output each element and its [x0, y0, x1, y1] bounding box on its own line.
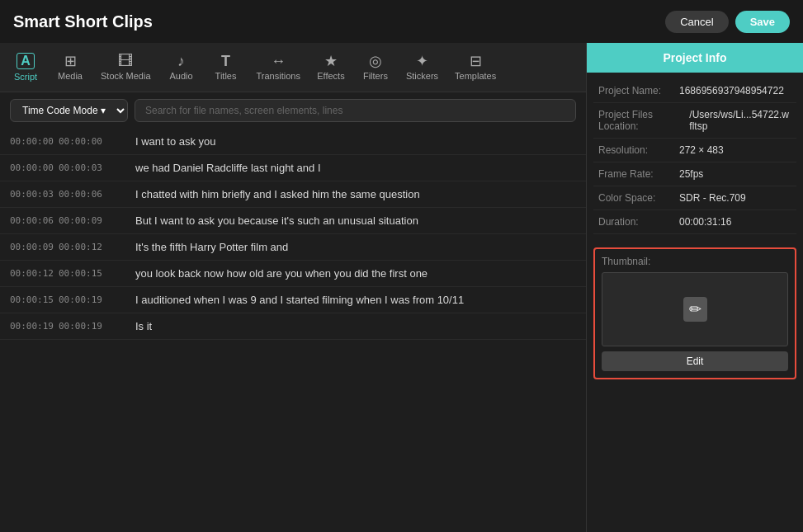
info-table: Project Name: 1686956937948954722 Projec… — [587, 73, 803, 241]
time-code: 00:00:03 00:00:06 — [10, 189, 125, 200]
toolbar-item-effects[interactable]: ★ Effects — [309, 49, 353, 86]
info-value: 1686956937948954722 — [679, 85, 784, 97]
info-value: 272 × 483 — [679, 144, 724, 156]
thumbnail-section: Thumbnail: ✏ Edit — [593, 247, 796, 379]
audio-icon: ♪ — [177, 54, 185, 68]
titles-icon: T — [221, 54, 230, 68]
time-code: 00:00:12 00:00:15 — [10, 268, 125, 279]
toolbar-label-filters: Filters — [363, 71, 388, 81]
search-bar: Time Code Mode ▾ — [0, 92, 586, 129]
toolbar-label-media: Media — [58, 71, 83, 81]
info-value: /Users/ws/Li...54722.wfltsp — [689, 109, 791, 132]
toolbar-label-effects: Effects — [317, 71, 344, 81]
time-code: 00:00:15 00:00:19 — [10, 294, 125, 305]
templates-icon: ⊟ — [470, 54, 482, 68]
script-list: 00:00:00 00:00:00 I want to ask you 00:0… — [0, 129, 586, 532]
info-value: 00:00:31:16 — [679, 216, 731, 228]
toolbar-label-script: Script — [14, 72, 37, 82]
toolbar-item-templates[interactable]: ⊟ Templates — [446, 49, 504, 86]
script-text: But I want to ask you because it's such … — [135, 214, 418, 227]
info-label: Frame Rate: — [598, 168, 673, 180]
media-icon: ⊞ — [64, 54, 77, 68]
thumbnail-label: Thumbnail: — [602, 256, 788, 267]
info-label: Project Name: — [598, 85, 673, 97]
time-code: 00:00:06 00:00:09 — [10, 215, 125, 226]
script-row[interactable]: 00:00:15 00:00:19 I auditioned when I wa… — [0, 287, 586, 313]
info-row: Color Space: SDR - Rec.709 — [593, 186, 796, 210]
thumbnail-preview: ✏ — [602, 272, 788, 346]
top-bar-buttons: Cancel Save — [665, 11, 790, 33]
save-button[interactable]: Save — [735, 11, 790, 33]
filters-icon: ◎ — [369, 54, 382, 68]
script-text: Is it — [135, 320, 152, 332]
time-code: 00:00:00 00:00:00 — [10, 136, 125, 147]
toolbar: A Script ⊞ Media 🎞 Stock Media ♪ Audio T… — [0, 43, 586, 92]
toolbar-label-stickers: Stickers — [406, 71, 438, 81]
toolbar-item-stickers[interactable]: ✦ Stickers — [398, 49, 446, 86]
toolbar-label-stock-media: Stock Media — [101, 71, 151, 81]
script-text: I want to ask you — [135, 135, 216, 148]
toolbar-item-media[interactable]: ⊞ Media — [48, 49, 92, 86]
info-row: Frame Rate: 25fps — [593, 162, 796, 186]
toolbar-label-titles: Titles — [215, 71, 237, 81]
stickers-icon: ✦ — [416, 54, 428, 68]
info-label: Duration: — [598, 216, 673, 228]
transitions-icon: ↔ — [271, 54, 286, 68]
info-row: Duration: 00:00:31:16 — [593, 210, 796, 234]
info-label: Project Files Location: — [598, 109, 683, 132]
time-code: 00:00:00 00:00:03 — [10, 162, 125, 173]
edit-button[interactable]: Edit — [602, 351, 788, 371]
stock-media-icon: 🎞 — [118, 54, 133, 68]
left-panel: A Script ⊞ Media 🎞 Stock Media ♪ Audio T… — [0, 43, 586, 532]
info-label: Resolution: — [598, 144, 673, 156]
info-row: Project Name: 1686956937948954722 — [593, 79, 796, 103]
script-row[interactable]: 00:00:12 00:00:15 you look back now how … — [0, 261, 586, 287]
info-label: Color Space: — [598, 192, 673, 204]
toolbar-label-transitions: Transitions — [257, 71, 300, 81]
script-row[interactable]: 00:00:09 00:00:12 It's the fifth Harry P… — [0, 234, 586, 261]
script-row[interactable]: 00:00:03 00:00:06 I chatted with him bri… — [0, 181, 586, 208]
info-value: 25fps — [679, 168, 703, 180]
script-row[interactable]: 00:00:19 00:00:19 Is it — [0, 313, 586, 340]
time-code: 00:00:19 00:00:19 — [10, 321, 125, 332]
info-row: Project Files Location: /Users/ws/Li...5… — [593, 103, 796, 139]
script-row[interactable]: 00:00:00 00:00:00 I want to ask you — [0, 129, 586, 155]
toolbar-item-transitions[interactable]: ↔ Transitions — [248, 49, 309, 86]
script-row[interactable]: 00:00:06 00:00:09 But I want to ask you … — [0, 208, 586, 234]
project-info-tab[interactable]: Project Info — [587, 43, 803, 73]
toolbar-item-titles[interactable]: T Titles — [204, 49, 248, 86]
script-text: I auditioned when I was 9 and I started … — [135, 294, 464, 306]
info-row: Resolution: 272 × 483 — [593, 139, 796, 162]
script-row[interactable]: 00:00:00 00:00:03 we had Daniel Radcliff… — [0, 155, 586, 181]
script-text: I chatted with him briefly and I asked h… — [135, 188, 420, 200]
script-icon: A — [17, 53, 35, 69]
toolbar-label-templates: Templates — [455, 71, 496, 81]
cancel-button[interactable]: Cancel — [665, 11, 728, 33]
effects-icon: ★ — [324, 54, 338, 68]
toolbar-item-stock-media[interactable]: 🎞 Stock Media — [92, 49, 159, 86]
toolbar-label-audio: Audio — [169, 71, 192, 81]
app-title: Smart Short Clips — [13, 12, 153, 31]
toolbar-item-audio[interactable]: ♪ Audio — [159, 49, 204, 86]
search-input[interactable] — [135, 99, 576, 122]
info-value: SDR - Rec.709 — [679, 192, 746, 204]
time-code: 00:00:09 00:00:12 — [10, 242, 125, 252]
toolbar-item-script[interactable]: A Script — [3, 48, 48, 87]
right-panel: Project Info Project Name: 1686956937948… — [586, 43, 803, 532]
time-code-mode-select[interactable]: Time Code Mode ▾ — [10, 99, 128, 122]
main-layout: A Script ⊞ Media 🎞 Stock Media ♪ Audio T… — [0, 43, 803, 532]
script-text: you look back now how old are you when y… — [135, 267, 427, 280]
script-text: we had Daniel Radcliffe last night and I — [135, 162, 321, 174]
script-text: It's the fifth Harry Potter film and — [135, 241, 288, 253]
toolbar-item-filters[interactable]: ◎ Filters — [353, 49, 398, 86]
top-bar: Smart Short Clips Cancel Save — [0, 0, 803, 43]
pencil-icon: ✏ — [683, 297, 707, 322]
